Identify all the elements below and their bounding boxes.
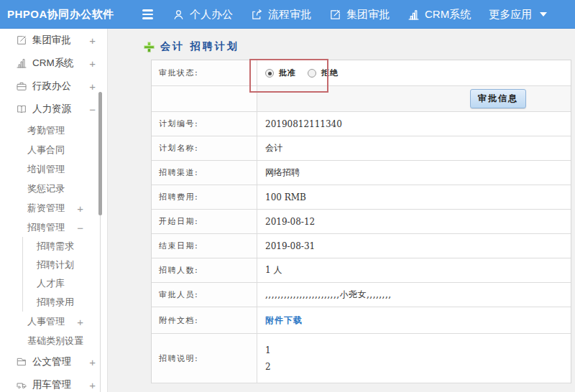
empty-label-cell — [152, 86, 257, 111]
row-approval-status: 审批状态: 批准 拒绝 — [152, 60, 571, 86]
field-label: 计划编号: — [152, 112, 257, 136]
sidebar-item-salary-mgmt[interactable]: 薪资管理 + — [0, 198, 107, 218]
sidebar-item-recruit-hiring[interactable]: 招聘录用 — [22, 293, 107, 312]
sidebar-item-crm-system[interactable]: CRM系统 + — [0, 52, 107, 75]
collapse-toggle[interactable]: − — [77, 221, 83, 233]
row-recruit-channel: 招聘渠道: 网络招聘 — [152, 161, 571, 185]
field-value: 2019-08-12 — [257, 210, 571, 233]
row-attachment: 附件文档: 附件下载 — [152, 307, 571, 334]
field-label: 结束日期: — [152, 234, 257, 258]
sidebar-item-document-mgmt[interactable]: 公文管理 + — [0, 350, 107, 373]
sidebar-item-hr-contracts[interactable]: 人事合同 — [0, 140, 107, 159]
car-icon — [16, 379, 27, 391]
app-logo: PHPOA协同办公软件 — [7, 0, 114, 29]
add-icon[interactable] — [144, 42, 155, 52]
edit-square-icon — [329, 9, 341, 21]
row-approval-action: 审批信息 — [152, 86, 571, 112]
description-line: 2 — [265, 362, 271, 372]
chevron-down-icon — [540, 12, 547, 17]
document-icon — [16, 356, 27, 368]
radio-reject[interactable] — [308, 69, 316, 78]
row-recruit-description: 招聘说明: 1 2 — [152, 334, 571, 383]
topbar: PHPOA协同办公软件 个人办公 流程审批 集团审批 CRM系统 — [0, 0, 575, 29]
approval-info-button[interactable]: 审批信息 — [470, 89, 526, 108]
nav-item-label: 集团审批 — [346, 8, 390, 22]
sidebar-item-personnel-mgmt[interactable]: 人事管理 + — [0, 312, 107, 331]
row-approvers: 审批人员: ,,,,,,,,,,,,,,,,,,,,,,,,小尧女,,,,,,,… — [152, 283, 571, 307]
briefcase-icon — [16, 80, 27, 92]
field-label: 开始日期: — [152, 210, 257, 233]
book-icon — [16, 103, 27, 115]
row-end-date: 结束日期: 2019-08-31 — [152, 234, 571, 258]
sidebar-item-label: 人力资源 — [32, 103, 71, 116]
main-content: 会计 招聘计划 审批状态: 批准 拒绝 审批信息 计划编号: 201908121… — [108, 29, 575, 392]
sidebar-item-group-approval[interactable]: 集团审批 + — [0, 29, 107, 52]
recruit-plan-detail-table: 审批状态: 批准 拒绝 审批信息 计划编号: 20190812111340 计划… — [151, 60, 571, 383]
sidebar-scrollbar-thumb[interactable] — [98, 92, 102, 215]
nav-item-process-approval[interactable]: 流程审批 — [251, 8, 311, 22]
sidebar-item-recruit-mgmt[interactable]: 招聘管理 − — [0, 218, 107, 237]
sidebar-item-label: 招聘管理 — [27, 221, 65, 234]
expand-toggle[interactable]: + — [77, 335, 83, 347]
sidebar-item-reward-punish-records[interactable]: 奖惩记录 — [0, 179, 107, 198]
field-label-approval-status: 审批状态: — [152, 60, 257, 85]
collapse-toggle[interactable]: − — [89, 103, 96, 116]
sidebar-item-talent-pool[interactable]: 人才库 — [22, 274, 107, 293]
radio-reject-label: 拒绝 — [321, 67, 339, 78]
approval-status-options: 批准 拒绝 — [257, 60, 571, 85]
nav-item-label: 流程审批 — [268, 8, 311, 22]
sidebar-item-label: CRM系统 — [32, 57, 74, 70]
sidebar-item-training-mgmt[interactable]: 培训管理 — [0, 159, 107, 179]
process-icon — [251, 9, 263, 21]
field-value: 网络招聘 — [257, 161, 571, 185]
expand-toggle[interactable]: + — [77, 315, 83, 327]
sidebar-item-label: 人事管理 — [27, 315, 65, 328]
nav-item-crm-system[interactable]: CRM系统 — [408, 8, 471, 22]
expand-toggle[interactable]: + — [89, 379, 96, 391]
expand-toggle[interactable]: + — [89, 80, 96, 93]
expand-toggle[interactable]: + — [77, 202, 83, 214]
attachment-download-link[interactable]: 附件下载 — [265, 314, 303, 327]
nav-item-label: 个人办公 — [190, 8, 233, 22]
sidebar-item-admin-office[interactable]: 行政办公 + — [0, 75, 107, 98]
nav-item-personal-office[interactable]: 个人办公 — [172, 8, 233, 22]
bar-chart-icon — [408, 9, 420, 21]
field-label: 附件文档: — [152, 307, 257, 333]
description-line: 1 — [265, 345, 271, 355]
sidebar-item-label: 薪资管理 — [27, 202, 65, 215]
edit-square-icon — [16, 34, 27, 46]
approval-action-cell: 审批信息 — [257, 86, 571, 111]
field-value: 2019-08-31 — [257, 234, 571, 258]
page-title: 会计 招聘计划 — [160, 40, 239, 53]
sidebar-item-human-resources[interactable]: 人力资源 − — [0, 98, 107, 121]
field-label: 审批人员: — [152, 283, 257, 307]
sidebar-item-label: 基础类别设置 — [27, 335, 83, 347]
sidebar-item-label: 用车管理 — [32, 378, 71, 391]
nav-item-more-apps[interactable]: 更多应用 — [489, 8, 547, 22]
field-value: 1 人 — [257, 258, 571, 282]
expand-toggle[interactable]: + — [89, 356, 96, 368]
sidebar-item-label: 人事合同 — [27, 144, 65, 157]
sidebar-item-base-category-settings[interactable]: 基础类别设置 + — [0, 331, 107, 350]
sidebar-item-recruit-demand[interactable]: 招聘需求 — [22, 237, 107, 256]
sidebar-item-label: 行政办公 — [32, 80, 71, 93]
sidebar-item-vehicle-mgmt[interactable]: 用车管理 + — [0, 373, 107, 392]
person-icon — [172, 9, 185, 21]
topbar-nav: 个人办公 流程审批 集团审批 CRM系统 更多应用 — [141, 0, 547, 29]
menu-toggle-icon[interactable] — [141, 6, 155, 22]
expand-toggle[interactable]: + — [89, 34, 96, 47]
nav-item-group-approval[interactable]: 集团审批 — [329, 8, 390, 22]
row-recruit-cost: 招聘费用: 100 RMB — [152, 185, 571, 210]
bar-chart-icon — [16, 57, 27, 69]
nav-item-label: 更多应用 — [489, 8, 532, 22]
expand-toggle[interactable]: + — [89, 57, 96, 70]
row-plan-number: 计划编号: 20190812111340 — [152, 112, 571, 136]
radio-approve[interactable] — [265, 69, 274, 78]
sidebar-item-recruit-plan[interactable]: 招聘计划 — [22, 256, 107, 274]
sidebar-item-attendance-mgmt[interactable]: 考勤管理 — [0, 121, 107, 140]
radio-approve-label: 批准 — [279, 67, 296, 78]
sidebar-item-label: 人才库 — [37, 277, 65, 290]
field-value: 会计 — [257, 136, 571, 160]
nav-item-label: CRM系统 — [425, 8, 471, 22]
field-value: 20190812111340 — [257, 112, 571, 136]
